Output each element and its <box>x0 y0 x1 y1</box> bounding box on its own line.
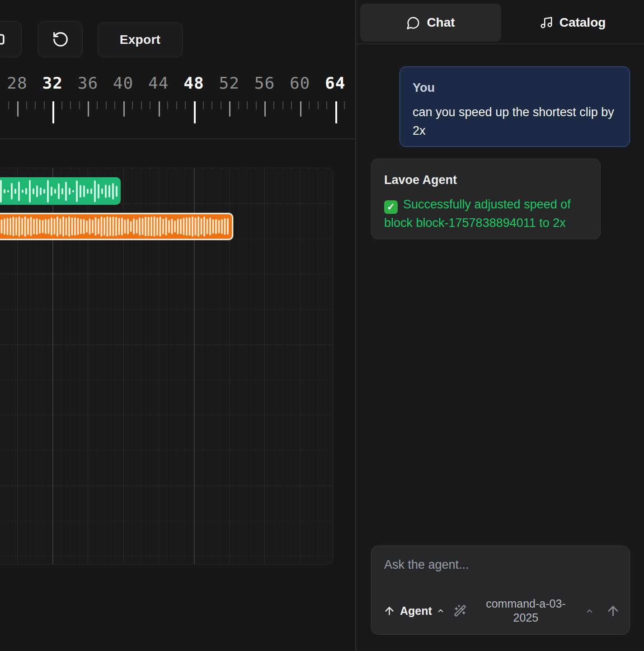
ruler-tick <box>264 101 266 117</box>
ruler-label: 52 <box>219 75 240 91</box>
ruler-tick <box>150 101 150 109</box>
ruler-tick <box>256 101 257 109</box>
ruler-tick <box>61 101 62 109</box>
ruler-tick <box>185 101 186 109</box>
ruler-tick <box>300 101 301 117</box>
chat-bubble-icon <box>406 16 420 30</box>
ruler-tick <box>88 101 89 117</box>
ruler-tick <box>26 101 27 109</box>
grid-line <box>0 521 333 521</box>
grid-line <box>318 168 318 564</box>
user-message: You can you speed up the shortest clip b… <box>400 66 630 147</box>
timeline-pane: Export 28323640444852566064 <box>0 0 355 651</box>
agent-message-role: Lavoe Agent <box>384 171 588 189</box>
grid-line <box>0 344 333 345</box>
ruler-tick <box>309 101 310 109</box>
agent-composer: Agent command <box>371 546 630 635</box>
agent-message-body: ✓Successfully adjusted speed of block bl… <box>384 195 588 232</box>
ruler-tick <box>97 101 98 109</box>
composer-collapse-button[interactable] <box>585 607 594 615</box>
ruler-tick <box>203 101 204 109</box>
ruler-tick <box>238 101 239 109</box>
ruler-tick <box>221 101 221 109</box>
chat-panel: Chat Catalog You can you speed up the sh… <box>355 0 644 651</box>
waveform <box>0 179 121 203</box>
agent-message-text: Successfully adjusted speed of block blo… <box>384 198 571 230</box>
grid-line <box>0 380 333 380</box>
ruler-tick <box>335 101 337 123</box>
tab-chat[interactable]: Chat <box>360 4 501 42</box>
tab-chat-label: Chat <box>427 15 455 30</box>
timeline-grid[interactable] <box>0 168 333 565</box>
grid-line <box>0 415 333 415</box>
arrow-up-icon <box>383 605 395 617</box>
ruler-tick <box>273 101 274 109</box>
ruler-tick <box>176 101 177 109</box>
grid-line <box>256 168 256 564</box>
waveform <box>0 216 232 237</box>
ruler-tick <box>212 101 212 109</box>
music-note-icon <box>540 16 553 29</box>
agent-mode-button[interactable]: Agent <box>383 604 445 618</box>
ruler-tick <box>247 101 248 109</box>
model-selector[interactable]: command-a-03-2025 <box>466 597 585 625</box>
ruler-label: 28 <box>7 75 27 91</box>
tabs-divider <box>356 43 644 44</box>
grid-line <box>309 168 309 564</box>
ruler-tick <box>132 101 133 109</box>
model-selector-label: command-a-03-2025 <box>479 597 572 625</box>
green-clip[interactable] <box>0 177 121 205</box>
ruler-label: 44 <box>148 75 169 91</box>
grid-line <box>282 168 283 564</box>
ruler-label: 40 <box>113 75 133 91</box>
ruler-label: 48 <box>183 75 204 91</box>
timeline-ruler[interactable]: 28323640444852566064 <box>0 0 355 140</box>
grid-line <box>0 274 333 274</box>
grid-line <box>0 309 333 310</box>
grid-line <box>264 168 265 564</box>
ruler-tick <box>291 101 292 109</box>
ruler-tick <box>79 101 80 109</box>
ruler-tick <box>35 101 36 109</box>
ruler-label: 32 <box>42 75 63 91</box>
ruler-tick <box>44 101 45 109</box>
tab-catalog-label: Catalog <box>559 15 606 30</box>
ruler-tick <box>318 101 319 109</box>
ruler-tick <box>123 101 125 117</box>
grid-line <box>238 168 239 564</box>
ruler-label: 64 <box>325 75 345 91</box>
agent-message: Lavoe Agent ✓Successfully adjusted speed… <box>371 159 601 239</box>
ruler-tick <box>167 101 168 109</box>
tab-catalog[interactable]: Catalog <box>521 4 625 42</box>
ruler-label: 60 <box>290 75 310 91</box>
ruler-tick <box>8 101 9 109</box>
ruler-baseline <box>0 138 355 139</box>
ruler-tick <box>229 101 230 117</box>
enhance-prompt-button[interactable] <box>454 604 466 617</box>
user-message-role: You <box>413 79 617 97</box>
agent-input[interactable] <box>384 558 615 587</box>
send-arrow-up-icon <box>606 604 620 618</box>
app-root: Export 28323640444852566064 Chat Catalog <box>0 0 644 651</box>
grid-line <box>273 168 274 564</box>
ruler-label: 36 <box>78 75 98 91</box>
chevron-up-icon <box>437 607 445 615</box>
grid-line <box>291 168 291 564</box>
ruler-tick <box>141 101 142 109</box>
grid-line <box>300 168 301 564</box>
ruler-tick <box>326 101 327 109</box>
orange-clip[interactable] <box>0 213 233 240</box>
grid-line <box>326 168 327 564</box>
chevron-up-icon <box>585 607 594 615</box>
grid-line <box>0 556 333 557</box>
ruler-tick <box>114 101 115 109</box>
wand-sparkles-icon <box>454 604 466 617</box>
ruler-label: 56 <box>254 75 275 91</box>
ruler-tick <box>70 101 71 109</box>
composer-toolbar: Agent command <box>383 598 620 623</box>
agent-mode-label: Agent <box>400 604 432 618</box>
send-button[interactable] <box>606 604 620 618</box>
ruler-tick <box>159 101 160 117</box>
ruler-tick <box>17 101 19 117</box>
ruler-tick <box>106 101 107 109</box>
